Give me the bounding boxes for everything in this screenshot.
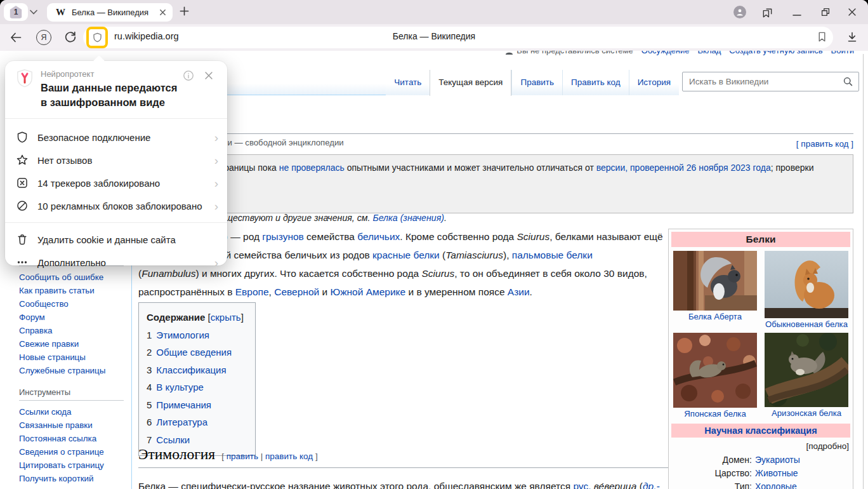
scientific-classification-link[interactable]: Научная классификация	[704, 425, 817, 436]
more-dots-icon	[16, 256, 29, 269]
wiki-search-box[interactable]	[682, 72, 859, 91]
minimize-button[interactable]	[792, 8, 802, 17]
tab-current-version[interactable]: Текущая версия	[430, 70, 511, 96]
north-link[interactable]: Северной	[274, 286, 319, 297]
not-reviewed-link[interactable]: не проверялась	[279, 163, 345, 173]
sidebar-link-permanent-link[interactable]: Постоянная ссылка	[19, 434, 96, 443]
domain-link[interactable]: Эукариоты	[755, 453, 800, 467]
address-bar[interactable]	[83, 27, 833, 48]
protect-shield-icon[interactable]	[92, 32, 103, 43]
search-icon[interactable]	[843, 76, 853, 87]
old-rus-link[interactable]: др.-	[643, 481, 660, 489]
sidebar-link-forum[interactable]: Форум	[19, 312, 45, 322]
taxobox: Белки Белка Аберта	[668, 229, 853, 489]
popup-item-secure-connection[interactable]: Безопасное подключение ›	[5, 126, 227, 149]
search-input[interactable]	[688, 76, 843, 87]
chevron-right-icon: ›	[214, 200, 218, 212]
scrollbar[interactable]	[863, 54, 864, 489]
red-squirrel-image[interactable]	[765, 251, 848, 318]
toc-link-classification[interactable]: Классификация	[156, 365, 226, 375]
caption-arizona-squirrel[interactable]: Аризонская белка	[772, 408, 841, 418]
tab-edit[interactable]: Править	[511, 70, 562, 95]
popup-item-more[interactable]: Дополнительно ›	[5, 251, 227, 274]
downloads-icon[interactable]	[846, 30, 858, 43]
arizona-squirrel-image[interactable]	[765, 333, 848, 407]
flagged-revision-banner: Текущая версия страницы пока не проверял…	[138, 154, 853, 213]
toc-item: 1Этимология	[147, 326, 244, 344]
europe-link[interactable]: Европе	[235, 286, 269, 297]
info-icon[interactable]	[183, 70, 194, 81]
popup-item-delete-cookies[interactable]: Удалить cookie и данные сайта	[5, 228, 227, 251]
disambiguation-link[interactable]: Белка (значения)	[372, 213, 444, 223]
sidebar-link-help[interactable]: Справка	[19, 326, 53, 335]
sidebar-link-recent-changes[interactable]: Свежие правки	[19, 339, 79, 349]
bookmark-flag-icon[interactable]	[816, 30, 828, 43]
protect-shield-highlight[interactable]	[86, 27, 108, 48]
toc-link-literature[interactable]: Литература	[156, 417, 207, 427]
toc-link-culture[interactable]: В культуре	[156, 382, 204, 392]
ad-block-icon	[16, 199, 29, 212]
caption-japanese-squirrel[interactable]: Японская белка	[684, 409, 746, 419]
tab-strip: 1 W Белка — Википедия	[0, 0, 868, 24]
toc-hide-toggle[interactable]: скрыть	[211, 312, 241, 323]
tab-close-icon[interactable]	[159, 9, 166, 16]
classification-details-link[interactable]: [подробно]	[671, 441, 849, 451]
browser-tab-active[interactable]: W Белка — Википедия	[47, 3, 173, 22]
sidebar-link-special-pages[interactable]: Служебные страницы	[19, 366, 105, 375]
close-window-button[interactable]	[846, 6, 858, 18]
red-squirrels-link[interactable]: красные белки	[372, 250, 440, 260]
section-edit-source-link[interactable]: править код	[265, 452, 313, 461]
sidebar-link-what-links-here[interactable]: Ссылки сюда	[19, 407, 72, 417]
sidebar-link-how-to-edit[interactable]: Как править статьи	[19, 286, 95, 295]
taxobox-image-cell: Обыкновенная белка	[763, 251, 850, 329]
sciuridae-link[interactable]: беличьих	[357, 231, 400, 242]
restore-window-button[interactable]	[820, 6, 831, 18]
sidebar-link-community[interactable]: Сообщество	[19, 299, 69, 309]
shield-icon	[16, 131, 29, 144]
popup-close-icon[interactable]	[203, 70, 214, 81]
reviewed-version-link[interactable]: версии, проверенной 26 ноября 2023 года	[596, 163, 771, 173]
tab-edit-source[interactable]: Править код	[562, 70, 629, 95]
popup-item-ads-blocked[interactable]: 10 рекламных блоков заблокировано ›	[5, 194, 227, 217]
caption-red-squirrel[interactable]: Обыкновенная белка	[765, 319, 848, 329]
sidebar-link-short-url[interactable]: Получить короткий	[19, 474, 94, 483]
popup-item-trackers-blocked[interactable]: 14 трекеров заблокировано ›	[5, 171, 227, 194]
new-tab-button[interactable]	[179, 6, 190, 17]
sidebar-link-report-error[interactable]: Сообщить об ошибке	[19, 272, 103, 282]
japanese-squirrel-image[interactable]	[673, 333, 757, 408]
abert-squirrel-image[interactable]	[673, 251, 757, 311]
yandex-home-button[interactable]: Я	[36, 30, 51, 45]
toc-link-links[interactable]: Ссылки	[156, 434, 190, 445]
asia-link[interactable]: Азии	[508, 286, 530, 297]
caption-abert-squirrel[interactable]: Белка Аберта	[688, 312, 742, 321]
palm-squirrels-link[interactable]: пальмовые белки	[512, 250, 593, 260]
blocked-tracker-icon	[16, 177, 29, 189]
kingdom-link[interactable]: Животные	[755, 467, 798, 480]
south-america-link[interactable]: Южной Америке	[330, 286, 405, 297]
profile-avatar[interactable]	[733, 6, 746, 18]
toc-link-notes[interactable]: Примечания	[156, 399, 211, 410]
sidebar-link-cite-page[interactable]: Цитировать страницу	[19, 460, 104, 470]
side-panel-icon[interactable]	[761, 6, 773, 18]
tab-title: Белка — Википедия	[72, 8, 159, 17]
back-button[interactable]	[9, 30, 23, 44]
tabs-dropdown-chevron-icon[interactable]	[29, 9, 38, 15]
rodents-link[interactable]: грызунов	[262, 231, 304, 242]
toc-link-etymology[interactable]: Этимология	[156, 330, 209, 340]
sidebar-link-new-pages[interactable]: Новые страницы	[19, 352, 86, 362]
tab-read[interactable]: Читать	[386, 70, 430, 95]
sidebar-link-related-changes[interactable]: Связанные правки	[19, 420, 93, 430]
refresh-button[interactable]	[63, 30, 77, 44]
tab-history[interactable]: История	[629, 70, 679, 95]
toc-link-general[interactable]: Общие сведения	[156, 347, 232, 358]
phylum-link[interactable]: Хордовые	[755, 480, 797, 489]
section-edit-link[interactable]: править	[227, 452, 258, 461]
tab-counter-button[interactable]: 1	[4, 3, 28, 21]
chevron-right-icon: ›	[214, 154, 218, 166]
chevron-right-icon: ›	[214, 131, 218, 144]
url-text[interactable]: ru.wikipedia.org	[114, 31, 179, 41]
rus-link[interactable]: рус.	[573, 481, 591, 489]
edit-source-link[interactable]: [ править код ]	[796, 139, 853, 149]
popup-item-reviews[interactable]: Нет отзывов ›	[5, 149, 227, 171]
sidebar-link-page-info[interactable]: Сведения о странице	[19, 447, 104, 457]
